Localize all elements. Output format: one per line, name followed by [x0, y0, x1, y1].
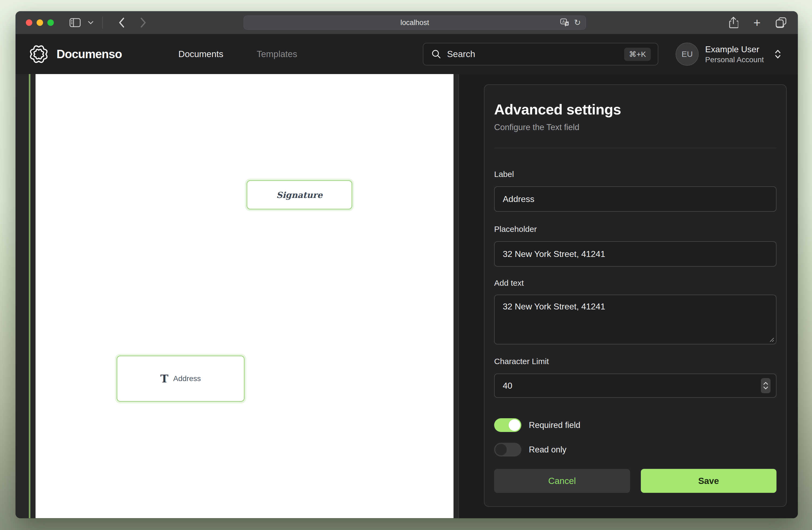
resize-handle-icon[interactable] [768, 336, 774, 342]
text-field-label: Address [173, 374, 201, 383]
stepper-down-icon [763, 386, 768, 389]
app-header: Documenso Documents Templates ⌘+K EU [16, 34, 798, 74]
svg-text:A: A [562, 19, 565, 24]
back-icon[interactable] [118, 17, 125, 28]
address-bar[interactable]: localhost A ✱ ↻ [244, 16, 586, 30]
address-bar-icons: A ✱ ↻ [560, 16, 581, 29]
user-account: Personal Account [705, 55, 764, 64]
avatar: EU [676, 43, 699, 66]
brand-name: Documenso [57, 47, 122, 61]
user-menu[interactable]: EU Example User Personal Account [676, 43, 782, 66]
toolbar-right-icons: + [728, 16, 787, 29]
search-shortcut-badge: ⌘+K [624, 48, 651, 61]
browser-toolbar: localhost A ✱ ↻ [16, 11, 798, 34]
placeholder-field-label: Placeholder [494, 225, 777, 234]
character-limit-field-label: Character Limit [494, 357, 777, 366]
add-text-textarea[interactable]: 32 New York Street, 41241 [494, 295, 777, 345]
new-tab-icon[interactable]: + [753, 16, 760, 29]
forward-icon[interactable] [140, 17, 146, 28]
user-name: Example User [705, 44, 764, 54]
documenso-seal-icon [27, 42, 50, 66]
settings-pane: Advanced settings Configure the Text fie… [459, 74, 798, 518]
close-window-button[interactable] [26, 19, 32, 26]
text-field-address[interactable]: T Address [117, 355, 245, 402]
panel-divider [494, 148, 777, 148]
panel-subtitle: Configure the Text field [494, 123, 777, 132]
traffic-lights [26, 19, 54, 26]
cancel-button[interactable]: Cancel [494, 469, 630, 493]
number-stepper[interactable] [761, 378, 771, 393]
label-field-label: Label [494, 170, 777, 179]
chevron-up-down-icon [774, 49, 782, 59]
tab-overview-icon[interactable] [776, 17, 787, 28]
main-nav: Documents Templates [178, 49, 297, 59]
signature-field-label: Signature [276, 190, 322, 200]
search-icon [432, 49, 441, 59]
minimize-window-button[interactable] [37, 19, 43, 26]
document-viewer: Signature T Address [16, 74, 459, 518]
zoom-window-button[interactable] [47, 19, 54, 26]
panel-title: Advanced settings [494, 101, 777, 118]
save-button[interactable]: Save [641, 469, 777, 493]
stepper-up-icon [763, 382, 768, 385]
chevron-down-icon[interactable] [88, 21, 94, 25]
brand-logo[interactable]: Documenso [27, 42, 122, 66]
toolbar-left-icons [70, 17, 146, 29]
signature-field[interactable]: Signature [247, 180, 352, 210]
svg-text:✱: ✱ [566, 22, 568, 25]
required-field-label: Required field [529, 420, 580, 430]
required-field-row: Required field [494, 418, 777, 432]
read-only-label: Read only [529, 445, 567, 455]
toggle-knob [509, 419, 520, 431]
user-texts: Example User Personal Account [705, 44, 764, 64]
read-only-toggle[interactable] [494, 443, 521, 457]
placeholder-input[interactable] [494, 241, 777, 267]
browser-window: localhost A ✱ ↻ [16, 11, 798, 518]
read-only-row: Read only [494, 443, 777, 457]
reload-icon[interactable]: ↻ [574, 18, 581, 27]
text-icon: T [160, 373, 169, 384]
avatar-initials: EU [681, 50, 693, 59]
share-icon[interactable] [728, 17, 738, 29]
search-bar[interactable]: ⌘+K [423, 43, 658, 66]
url-text: localhost [401, 18, 429, 27]
nav-item-templates[interactable]: Templates [257, 49, 297, 59]
add-text-field-label: Add text [494, 278, 777, 288]
content-area: Signature T Address Advanced settings Co… [16, 74, 798, 518]
advanced-settings-panel: Advanced settings Configure the Text fie… [484, 84, 787, 507]
translate-icon[interactable]: A ✱ [560, 18, 570, 27]
panel-buttons: Cancel Save [494, 469, 777, 493]
desktop: localhost A ✱ ↻ [0, 0, 812, 530]
character-limit-wrap [494, 374, 777, 398]
toolbar-separator [102, 17, 103, 29]
nav-item-documents[interactable]: Documents [178, 49, 223, 59]
add-text-wrap: 32 New York Street, 41241 [494, 295, 777, 345]
toggle-knob [495, 444, 507, 456]
character-limit-input[interactable] [494, 374, 777, 398]
required-field-toggle[interactable] [494, 418, 521, 432]
search-input[interactable] [447, 49, 618, 59]
document-page[interactable]: Signature T Address [35, 74, 453, 518]
sidebar-icon[interactable] [70, 18, 81, 27]
recipient-color-line [29, 74, 30, 518]
label-input[interactable] [494, 186, 777, 212]
